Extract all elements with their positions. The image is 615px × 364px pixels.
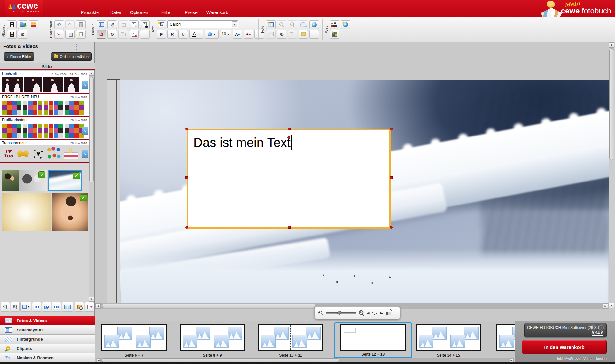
scrollbar-thumb[interactable] <box>102 304 315 308</box>
save-as-button[interactable] <box>7 30 17 39</box>
add-to-cart-button[interactable]: In den Warenkorb <box>522 340 607 354</box>
photo-thumbnail[interactable] <box>2 170 19 191</box>
spread-page[interactable] <box>373 325 405 350</box>
save-page-button[interactable] <box>140 20 150 29</box>
add-textbox-button[interactable]: T≡ <box>157 20 166 29</box>
browse-book-button[interactable] <box>75 302 84 312</box>
resize-handle-e[interactable] <box>390 176 393 179</box>
nav-hintergruende[interactable]: Hintergründe <box>0 335 95 344</box>
rotate-photo-button[interactable]: ↻ <box>277 30 286 39</box>
italic-button[interactable]: K <box>167 30 177 39</box>
paste-button[interactable] <box>76 30 86 39</box>
rotate-right-button[interactable]: ↻ <box>107 30 117 39</box>
image-thumbnail[interactable] <box>12 77 23 92</box>
fill-color-button[interactable]: ▼ <box>205 30 219 39</box>
thumb-zoom-out-button[interactable]: - <box>1 302 10 312</box>
fit-to-screen-icon[interactable] <box>372 310 377 315</box>
image-thumbnail[interactable] <box>64 123 84 138</box>
editor-canvas[interactable]: Das ist mein Text ◀ ▶ ▲ ▼ - + ◀ ▶ ↷ <box>95 42 615 321</box>
canvas-vertical-scrollbar[interactable]: ▲ ▼ <box>609 42 615 309</box>
resize-handle-n[interactable] <box>288 128 291 130</box>
redo-button[interactable]: ↷ <box>65 20 75 29</box>
zoom-slider-thumb[interactable] <box>337 311 341 315</box>
copy-button[interactable] <box>65 30 75 39</box>
font-family-select[interactable]: Calibri ▼ <box>167 20 238 28</box>
photo-frame-button[interactable] <box>299 30 308 39</box>
publish-web-button[interactable] <box>341 20 350 29</box>
scrollbar-thumb[interactable] <box>101 358 339 362</box>
image-thumbnail[interactable] <box>43 100 63 115</box>
next-page-icon[interactable]: ▶ <box>380 311 383 315</box>
image-thumbnail[interactable] <box>46 146 62 161</box>
photo-zoom-in-button[interactable]: + <box>288 20 297 29</box>
photo-thumbnail-selected[interactable] <box>48 170 82 191</box>
spread-page[interactable] <box>212 325 244 350</box>
image-thumbnail[interactable] <box>63 146 79 161</box>
photo-more-button[interactable]: ... <box>309 30 319 39</box>
move-page-button[interactable]: » <box>129 20 139 29</box>
scroll-down-icon[interactable]: ▼ <box>609 303 614 308</box>
spread-page[interactable] <box>341 325 373 350</box>
spread-view-button[interactable] <box>62 302 73 312</box>
settings-button[interactable]: ⚙ <box>18 30 27 39</box>
filmstrip-spread-clipped[interactable] <box>496 324 515 351</box>
nav-fotos-videos[interactable]: Fotos & Videos <box>0 316 95 325</box>
spread-page[interactable] <box>417 325 448 350</box>
resize-handle-w[interactable] <box>185 176 188 179</box>
choose-folder-button[interactable]: Ordner auswählen <box>51 52 92 61</box>
spread-page[interactable] <box>497 325 515 350</box>
filmstrip-spread-Seite 12 + 13[interactable]: Seite 12 + 13 <box>334 322 412 358</box>
menu-preise[interactable]: Preise <box>185 10 198 15</box>
menu-optionen[interactable]: Optionen <box>130 10 148 15</box>
image-thumbnail[interactable] <box>2 100 22 115</box>
photo-zoom-out-button[interactable]: - <box>277 20 286 29</box>
resize-handle-s[interactable] <box>288 226 291 229</box>
chevron-down-icon[interactable]: ▼ <box>198 33 200 35</box>
arrange-button[interactable] <box>118 20 128 29</box>
save-button[interactable] <box>7 20 17 29</box>
image-thumbnail[interactable] <box>16 146 30 161</box>
undo-button[interactable]: ↶ <box>54 20 64 29</box>
increase-font-button[interactable]: A+ <box>233 30 242 39</box>
scroll-up-icon[interactable]: ▲ <box>89 71 94 76</box>
selected-textbox[interactable]: Das ist mein Text <box>187 129 391 229</box>
image-thumbnail[interactable] <box>43 123 63 138</box>
filmstrip-spread-Seite 8 + 9[interactable]: Seite 8 + 9 <box>180 324 245 358</box>
photo-thumbnail[interactable] <box>19 170 47 191</box>
web-gallery-button[interactable] <box>330 30 339 39</box>
share-button[interactable] <box>330 20 339 29</box>
nav-masken-rahmen[interactable]: Masken & Rahmen <box>0 353 95 362</box>
view-option-1-button[interactable] <box>32 302 41 312</box>
rotate-left-button[interactable]: ↺ <box>107 20 117 29</box>
spread-page[interactable] <box>102 325 134 350</box>
image-thumbnail[interactable]: ♥ <box>31 146 45 161</box>
filmstrip-scrollbar[interactable]: ◀ ▶ <box>96 358 514 362</box>
spread-page[interactable] <box>291 325 322 350</box>
chevron-down-icon[interactable]: ▼ <box>227 33 230 35</box>
open-project-button[interactable] <box>18 20 27 29</box>
bold-button[interactable]: F <box>157 30 166 39</box>
thumb-zoom-in-button[interactable]: + <box>11 302 20 312</box>
cut-button[interactable]: ✂ <box>54 30 64 39</box>
photo-effects-button[interactable] <box>266 30 276 39</box>
scroll-up-icon[interactable]: ▲ <box>609 42 614 48</box>
zoom-slider[interactable] <box>326 312 356 314</box>
textbox-text[interactable]: Das ist mein Text <box>193 135 292 150</box>
font-size-select[interactable]: 10 ▼ <box>220 30 231 38</box>
resize-handle-ne[interactable] <box>390 128 393 130</box>
thumb-view-menu-button[interactable]: ▼ <box>20 302 31 312</box>
swap-photos-button[interactable] <box>288 30 297 39</box>
image-thumbnail[interactable] <box>64 77 79 92</box>
category-next-icon[interactable]: › <box>82 127 88 135</box>
image-thumbnail[interactable] <box>2 77 12 92</box>
menu-produkte[interactable]: Produkte <box>81 10 99 15</box>
delete-button[interactable] <box>76 20 86 29</box>
scroll-left-icon[interactable]: ◀ <box>95 303 101 309</box>
delete-page-button[interactable]: × <box>129 30 139 39</box>
spread-page[interactable] <box>259 325 291 350</box>
snap-magnet-button[interactable] <box>97 30 106 39</box>
scroll-right-icon[interactable]: ▶ <box>510 358 514 362</box>
resize-handle-se[interactable] <box>390 226 393 229</box>
chevron-down-icon[interactable]: ▼ <box>232 21 237 27</box>
page-preview-icon[interactable]: ↷ <box>386 311 391 315</box>
